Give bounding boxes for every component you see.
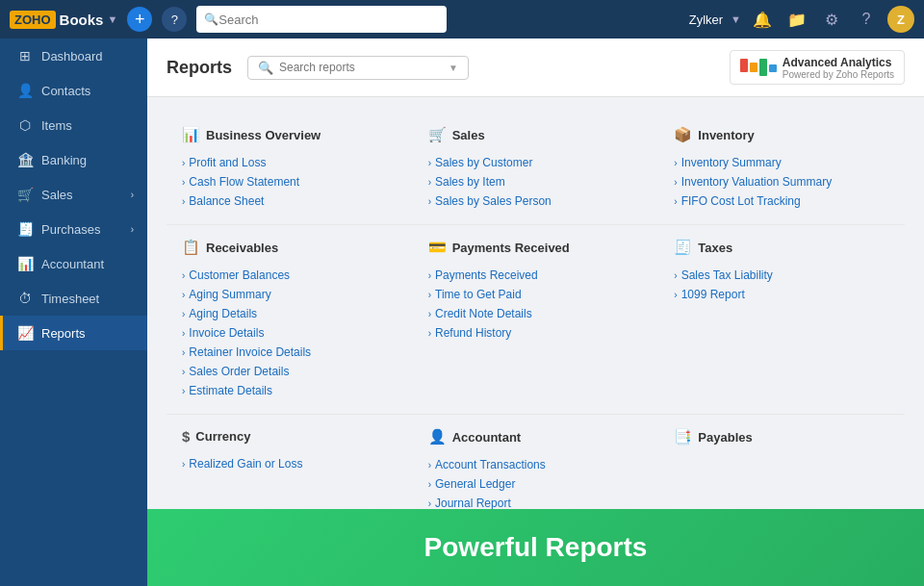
- sidebar-label-sales: Sales: [41, 188, 73, 202]
- section-title-accountant: Accountant: [452, 430, 522, 445]
- aa-label: Advanced Analytics: [783, 56, 892, 69]
- chevron-icon: ›: [428, 479, 431, 490]
- sidebar-item-contacts[interactable]: 👤 Contacts: [0, 73, 147, 108]
- section-header-receivables: 📋 Receivables: [182, 239, 398, 256]
- search-input[interactable]: [218, 13, 439, 27]
- chevron-icon: ›: [428, 290, 431, 300]
- section-title-receivables: Receivables: [206, 241, 278, 255]
- reports-grid: 📊 Business Overview › Profit and Loss › …: [167, 113, 905, 566]
- chevron-icon: ›: [674, 177, 677, 188]
- user-name-label: Zylker: [689, 13, 723, 27]
- aa-sublabel: Powered by Zoho Reports: [783, 69, 894, 80]
- section-payments-received: 💳 Payments Received › Payments Received …: [413, 225, 659, 415]
- sidebar-item-dashboard[interactable]: ⊞ Dashboard: [0, 38, 147, 73]
- sidebar-item-banking[interactable]: 🏦 Banking: [0, 142, 147, 177]
- sidebar-item-purchases[interactable]: 🧾 Purchases ›: [0, 212, 147, 246]
- section-title-business-overview: Business Overview: [206, 128, 321, 142]
- sidebar-label-items: Items: [41, 118, 72, 133]
- sidebar-label-dashboard: Dashboard: [41, 49, 103, 64]
- report-link-general-ledger[interactable]: › General Ledger: [428, 474, 644, 494]
- report-link-inventory-summary[interactable]: › Inventory Summary: [674, 153, 889, 172]
- advanced-analytics-badge[interactable]: Advanced Analytics Powered by Zoho Repor…: [730, 50, 905, 85]
- report-link-customer-balances[interactable]: › Customer Balances: [182, 266, 398, 285]
- chevron-icon: ›: [182, 459, 185, 470]
- user-dropdown-arrow[interactable]: ▼: [731, 13, 741, 25]
- search-dropdown-arrow[interactable]: ▼: [449, 63, 458, 73]
- sidebar-item-reports[interactable]: 📈 Reports: [0, 316, 147, 350]
- sales-expand-arrow: ›: [131, 190, 134, 200]
- purchases-expand-arrow: ›: [131, 224, 134, 235]
- section-header-inventory: 📦 Inventory: [674, 126, 889, 143]
- sidebar-item-timesheet[interactable]: ⏱ Timesheet: [0, 281, 147, 316]
- report-link-sales-tax[interactable]: › Sales Tax Liability: [674, 266, 889, 285]
- sidebar-label-purchases: Purchases: [41, 222, 100, 237]
- items-icon: ⬡: [16, 117, 34, 133]
- report-link-sales-order[interactable]: › Sales Order Details: [182, 362, 398, 381]
- section-header-business-overview: 📊 Business Overview: [182, 126, 398, 143]
- taxes-icon: 🧾: [674, 239, 692, 256]
- contacts-icon: 👤: [16, 83, 34, 98]
- report-link-invoice-details[interactable]: › Invoice Details: [182, 323, 398, 343]
- report-link-estimate-details[interactable]: › Estimate Details: [182, 381, 398, 400]
- page-title: Reports: [167, 58, 232, 78]
- chevron-icon: ›: [428, 196, 431, 207]
- notifications-button[interactable]: 🔔: [749, 6, 776, 33]
- bottom-banner: Powerful Reports: [147, 509, 924, 586]
- report-link-refund-history[interactable]: › Refund History: [428, 323, 644, 343]
- report-link-aging-details[interactable]: › Aging Details: [182, 304, 398, 323]
- sales-icon: 🛒: [16, 187, 34, 202]
- payments-icon: 💳: [428, 239, 447, 256]
- report-link-time-to-pay[interactable]: › Time to Get Paid: [428, 285, 644, 304]
- report-link-inventory-valuation[interactable]: › Inventory Valuation Summary: [674, 172, 889, 191]
- help-button[interactable]: ?: [853, 6, 880, 33]
- reports-search-input[interactable]: [279, 61, 443, 74]
- chevron-icon: ›: [182, 386, 185, 396]
- reports-search-bar: 🔍 ▼: [247, 56, 469, 80]
- sidebar-item-sales[interactable]: 🛒 Sales ›: [0, 177, 147, 212]
- reports-search-icon: 🔍: [258, 61, 273, 75]
- chevron-icon: ›: [428, 158, 431, 168]
- report-link-payments-received[interactable]: › Payments Received: [428, 266, 644, 285]
- logo-dropdown-arrow[interactable]: ▼: [107, 13, 117, 25]
- add-button[interactable]: +: [127, 7, 152, 32]
- chevron-icon: ›: [428, 309, 431, 319]
- chevron-icon: ›: [182, 196, 185, 207]
- purchases-icon: 🧾: [16, 221, 34, 237]
- section-title-sales: Sales: [452, 128, 485, 142]
- report-link-balance-sheet[interactable]: › Balance Sheet: [182, 191, 398, 211]
- report-link-fifo[interactable]: › FIFO Cost Lot Tracking: [674, 191, 889, 211]
- report-link-sales-person[interactable]: › Sales by Sales Person: [428, 191, 644, 211]
- report-link-sales-customer[interactable]: › Sales by Customer: [428, 153, 644, 172]
- report-link-aging-summary[interactable]: › Aging Summary: [182, 285, 398, 304]
- sidebar-item-items[interactable]: ⬡ Items: [0, 108, 147, 142]
- content-area: Reports 🔍 ▼ Advanced Analytics Powe: [147, 38, 924, 586]
- sidebar-item-accountant[interactable]: 📊 Accountant: [0, 246, 147, 281]
- chevron-icon: ›: [428, 498, 431, 509]
- section-title-inventory: Inventory: [698, 128, 755, 142]
- section-title-currency: Currency: [195, 429, 250, 444]
- reports-header: Reports 🔍 ▼ Advanced Analytics Powe: [147, 38, 924, 97]
- files-button[interactable]: 📁: [783, 6, 810, 33]
- zoho-logo-part: ZOHO: [10, 11, 56, 29]
- global-search: 🔍: [196, 6, 447, 33]
- report-link-cash-flow[interactable]: › Cash Flow Statement: [182, 172, 398, 191]
- report-link-1099[interactable]: › 1099 Report: [674, 285, 889, 304]
- report-link-profit-loss[interactable]: › Profit and Loss: [182, 153, 398, 172]
- chevron-icon: ›: [674, 270, 677, 281]
- payables-icon: 📑: [674, 428, 692, 446]
- info-button[interactable]: ?: [162, 7, 187, 32]
- settings-button[interactable]: ⚙: [818, 6, 845, 33]
- timesheet-icon: ⏱: [16, 291, 34, 306]
- report-link-sales-item[interactable]: › Sales by Item: [428, 172, 644, 191]
- chevron-icon: ›: [182, 177, 185, 188]
- user-avatar[interactable]: Z: [887, 6, 914, 33]
- report-link-realized-gain[interactable]: › Realized Gain or Loss: [182, 454, 398, 473]
- report-link-retainer-invoice[interactable]: › Retainer Invoice Details: [182, 343, 398, 362]
- report-link-credit-note[interactable]: › Credit Note Details: [428, 304, 644, 323]
- topbar-right: Zylker ▼ 🔔 📁 ⚙ ? Z: [689, 6, 914, 33]
- chevron-icon: ›: [182, 290, 185, 300]
- section-header-taxes: 🧾 Taxes: [674, 239, 889, 256]
- report-link-account-transactions[interactable]: › Account Transactions: [428, 455, 644, 474]
- sidebar-label-banking: Banking: [41, 153, 87, 167]
- app-logo[interactable]: ZOHO Books ▼: [10, 11, 117, 29]
